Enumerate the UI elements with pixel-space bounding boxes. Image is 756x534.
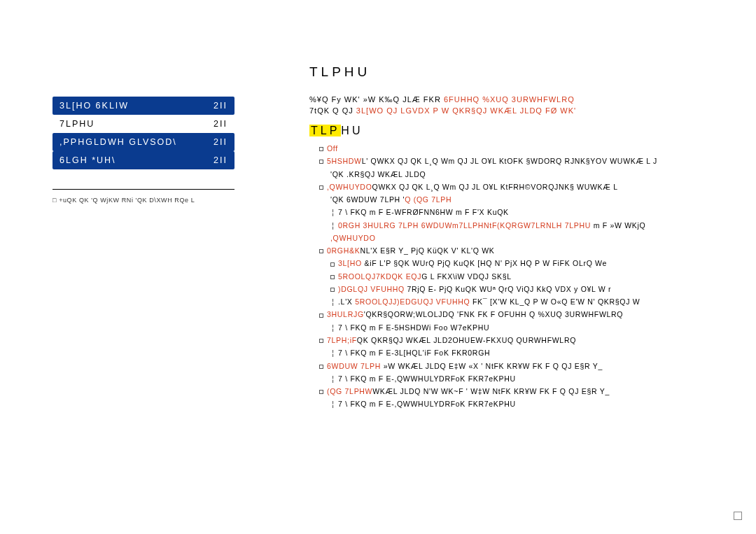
sidebar-item-status: 2II [214,155,227,165]
sidebar-item-side-grey[interactable]: 6LGH *UH\ 2II [52,151,234,169]
sidebar-item-timer[interactable]: 7LPHU 2II [52,115,234,133]
content-body: Off 5HSHDWL' QWKX QJ QK L¸Q Wm QJ JL O¥L… [309,143,756,410]
sidebar-item-pixel-shift[interactable]: 3L[HO 6KLIW 2II [52,97,234,115]
bullet-icon [330,275,335,279]
bullet-icon [319,185,323,190]
bullet-icon [319,249,323,253]
desc-line-2: 7tQK Q QJ 3L[WO QJ LGVDX P W QKR§QJ WKÆL… [309,106,756,115]
page-corner-icon [734,512,742,520]
sidebar: 3L[HO 6KLIW 2II 7LPHU 2II ,PPHGLDWH GLVS… [52,97,234,204]
sidebar-item-immediate-display[interactable]: ,PPHGLDWH GLVSOD\ 2II [52,133,234,151]
page-title: TLPHU [309,64,756,80]
bullet-icon [319,390,323,394]
sidebar-item-label: 3L[HO 6KLIW [59,101,129,111]
bullet-icon [319,147,323,151]
sidebar-item-label: ,PPHGLDWH GLVSOD\ [59,137,177,147]
subtitle: TLPHU [309,125,756,137]
bullet-icon [319,160,323,164]
bullet-icon [330,288,335,292]
bullet-icon [319,314,323,318]
main-content: TLPHU %¥Q Fy WK' »W K‰Q JLÆ FKR 6FUHHQ %… [309,64,756,412]
sidebar-item-status: 2II [214,119,227,129]
desc-line-1: %¥Q Fy WK' »W K‰Q JLÆ FKR 6FUHHQ %XUQ 3U… [309,95,756,104]
bullet-icon [319,365,323,369]
sidebar-footer-note: □ +uQK QK 'Q WjKW RNi 'QK D\XWH RQe L [52,189,234,204]
bullet-icon [319,339,323,343]
sidebar-item-status: 2II [214,101,227,111]
bullet-icon [330,262,335,267]
sidebar-item-status: 2II [214,137,227,147]
sidebar-item-label: 7LPHU [59,119,94,129]
sidebar-item-label: 6LGH *UH\ [59,155,116,165]
